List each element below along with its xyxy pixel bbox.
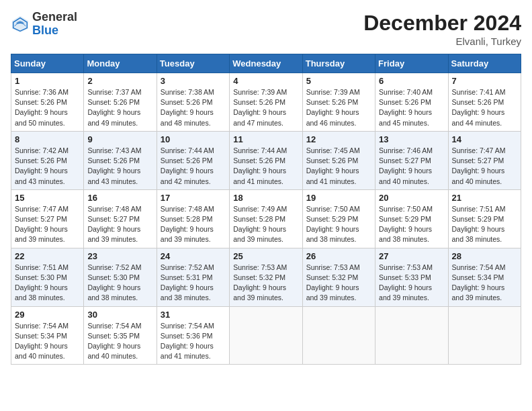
month-title: December 2024: [363, 11, 521, 36]
day-number: 10: [161, 134, 226, 144]
logo-general: General: [32, 10, 77, 24]
calendar-cell: 30Sunrise: 7:54 AMSunset: 5:35 PMDayligh…: [84, 306, 157, 365]
day-info: Sunrise: 7:48 AMSunset: 5:28 PMDaylight:…: [161, 204, 226, 245]
calendar-cell: 25Sunrise: 7:53 AMSunset: 5:32 PMDayligh…: [230, 248, 302, 306]
day-info: Sunrise: 7:43 AMSunset: 5:26 PMDaylight:…: [87, 146, 152, 187]
page-header: General Blue December 2024 Elvanli, Turk…: [11, 11, 521, 47]
day-info: Sunrise: 7:40 AMSunset: 5:26 PMDaylight:…: [379, 87, 444, 128]
calendar-week-row: 1Sunrise: 7:36 AMSunset: 5:26 PMDaylight…: [11, 73, 521, 132]
weekday-header-tuesday: Tuesday: [157, 54, 229, 73]
calendar-cell: 16Sunrise: 7:48 AMSunset: 5:27 PMDayligh…: [84, 189, 157, 248]
calendar-cell: 12Sunrise: 7:45 AMSunset: 5:26 PMDayligh…: [302, 131, 375, 189]
day-number: 18: [233, 193, 298, 203]
calendar-cell: 28Sunrise: 7:54 AMSunset: 5:34 PMDayligh…: [448, 248, 521, 306]
calendar-cell: 1Sunrise: 7:36 AMSunset: 5:26 PMDaylight…: [11, 73, 84, 132]
day-info: Sunrise: 7:49 AMSunset: 5:28 PMDaylight:…: [233, 204, 298, 245]
day-number: 7: [452, 76, 517, 86]
day-number: 30: [87, 310, 152, 320]
calendar-cell: [302, 306, 375, 365]
day-info: Sunrise: 7:53 AMSunset: 5:32 PMDaylight:…: [306, 263, 371, 304]
day-info: Sunrise: 7:53 AMSunset: 5:33 PMDaylight:…: [379, 263, 444, 304]
day-number: 13: [379, 134, 444, 144]
day-number: 9: [87, 134, 152, 144]
day-info: Sunrise: 7:39 AMSunset: 5:26 PMDaylight:…: [306, 87, 371, 128]
title-block: December 2024 Elvanli, Turkey: [363, 11, 521, 47]
day-number: 17: [161, 193, 226, 203]
day-info: Sunrise: 7:39 AMSunset: 5:26 PMDaylight:…: [233, 87, 298, 128]
day-info: Sunrise: 7:44 AMSunset: 5:26 PMDaylight:…: [233, 146, 298, 187]
day-number: 14: [452, 134, 517, 144]
calendar-cell: 6Sunrise: 7:40 AMSunset: 5:26 PMDaylight…: [375, 73, 448, 132]
calendar-cell: 4Sunrise: 7:39 AMSunset: 5:26 PMDaylight…: [230, 73, 302, 132]
day-info: Sunrise: 7:54 AMSunset: 5:36 PMDaylight:…: [161, 321, 226, 362]
day-number: 22: [15, 251, 80, 261]
day-number: 11: [233, 134, 298, 144]
day-info: Sunrise: 7:52 AMSunset: 5:30 PMDaylight:…: [87, 263, 152, 304]
day-number: 8: [15, 134, 80, 144]
weekday-header-thursday: Thursday: [302, 54, 375, 73]
calendar-cell: 24Sunrise: 7:52 AMSunset: 5:31 PMDayligh…: [157, 248, 229, 306]
weekday-header-wednesday: Wednesday: [230, 54, 302, 73]
day-number: 20: [379, 193, 444, 203]
day-info: Sunrise: 7:54 AMSunset: 5:35 PMDaylight:…: [87, 321, 152, 362]
logo-text: General Blue: [32, 11, 77, 38]
calendar-cell: 18Sunrise: 7:49 AMSunset: 5:28 PMDayligh…: [230, 189, 302, 248]
day-info: Sunrise: 7:45 AMSunset: 5:26 PMDaylight:…: [306, 146, 371, 187]
calendar-cell: 11Sunrise: 7:44 AMSunset: 5:26 PMDayligh…: [230, 131, 302, 189]
day-number: 21: [452, 193, 517, 203]
calendar-cell: 15Sunrise: 7:47 AMSunset: 5:27 PMDayligh…: [11, 189, 84, 248]
day-info: Sunrise: 7:47 AMSunset: 5:27 PMDaylight:…: [452, 146, 517, 187]
calendar-cell: 5Sunrise: 7:39 AMSunset: 5:26 PMDaylight…: [302, 73, 375, 132]
day-info: Sunrise: 7:53 AMSunset: 5:32 PMDaylight:…: [233, 263, 298, 304]
day-number: 4: [233, 76, 298, 86]
day-info: Sunrise: 7:51 AMSunset: 5:30 PMDaylight:…: [15, 263, 80, 304]
calendar-cell: 23Sunrise: 7:52 AMSunset: 5:30 PMDayligh…: [84, 248, 157, 306]
day-info: Sunrise: 7:50 AMSunset: 5:29 PMDaylight:…: [379, 204, 444, 245]
day-info: Sunrise: 7:46 AMSunset: 5:27 PMDaylight:…: [379, 146, 444, 187]
calendar-cell: 9Sunrise: 7:43 AMSunset: 5:26 PMDaylight…: [84, 131, 157, 189]
day-info: Sunrise: 7:47 AMSunset: 5:27 PMDaylight:…: [15, 204, 80, 245]
day-info: Sunrise: 7:51 AMSunset: 5:29 PMDaylight:…: [452, 204, 517, 245]
logo-blue: Blue: [32, 24, 58, 37]
calendar-cell: 7Sunrise: 7:41 AMSunset: 5:26 PMDaylight…: [448, 73, 521, 132]
calendar-cell: [230, 306, 302, 365]
calendar-cell: 21Sunrise: 7:51 AMSunset: 5:29 PMDayligh…: [448, 189, 521, 248]
calendar-week-row: 29Sunrise: 7:54 AMSunset: 5:34 PMDayligh…: [11, 306, 521, 365]
day-number: 24: [161, 251, 226, 261]
day-info: Sunrise: 7:38 AMSunset: 5:26 PMDaylight:…: [161, 87, 226, 128]
day-info: Sunrise: 7:54 AMSunset: 5:34 PMDaylight:…: [15, 321, 80, 362]
calendar-cell: 19Sunrise: 7:50 AMSunset: 5:29 PMDayligh…: [302, 189, 375, 248]
weekday-header-row: SundayMondayTuesdayWednesdayThursdayFrid…: [11, 54, 521, 73]
calendar-cell: 8Sunrise: 7:42 AMSunset: 5:26 PMDaylight…: [11, 131, 84, 189]
day-number: 19: [306, 193, 371, 203]
calendar-cell: 3Sunrise: 7:38 AMSunset: 5:26 PMDaylight…: [157, 73, 229, 132]
calendar-cell: 29Sunrise: 7:54 AMSunset: 5:34 PMDayligh…: [11, 306, 84, 365]
day-number: 27: [379, 251, 444, 261]
calendar-cell: 17Sunrise: 7:48 AMSunset: 5:28 PMDayligh…: [157, 189, 229, 248]
day-info: Sunrise: 7:42 AMSunset: 5:26 PMDaylight:…: [15, 146, 80, 187]
day-number: 23: [87, 251, 152, 261]
calendar-cell: [448, 306, 521, 365]
day-info: Sunrise: 7:37 AMSunset: 5:26 PMDaylight:…: [87, 87, 152, 128]
weekday-header-saturday: Saturday: [448, 54, 521, 73]
calendar-cell: 26Sunrise: 7:53 AMSunset: 5:32 PMDayligh…: [302, 248, 375, 306]
day-number: 25: [233, 251, 298, 261]
day-number: 2: [87, 76, 152, 86]
day-number: 26: [306, 251, 371, 261]
weekday-header-monday: Monday: [84, 54, 157, 73]
day-number: 5: [306, 76, 371, 86]
calendar-cell: 31Sunrise: 7:54 AMSunset: 5:36 PMDayligh…: [157, 306, 229, 365]
calendar-table: SundayMondayTuesdayWednesdayThursdayFrid…: [11, 54, 521, 365]
day-info: Sunrise: 7:44 AMSunset: 5:26 PMDaylight:…: [161, 146, 226, 187]
calendar-cell: 20Sunrise: 7:50 AMSunset: 5:29 PMDayligh…: [375, 189, 448, 248]
day-number: 15: [15, 193, 80, 203]
day-info: Sunrise: 7:54 AMSunset: 5:34 PMDaylight:…: [452, 263, 517, 304]
day-number: 6: [379, 76, 444, 86]
weekday-header-sunday: Sunday: [11, 54, 84, 73]
day-info: Sunrise: 7:41 AMSunset: 5:26 PMDaylight:…: [452, 87, 517, 128]
calendar-cell: 13Sunrise: 7:46 AMSunset: 5:27 PMDayligh…: [375, 131, 448, 189]
day-number: 31: [161, 310, 226, 320]
day-number: 28: [452, 251, 517, 261]
day-info: Sunrise: 7:48 AMSunset: 5:27 PMDaylight:…: [87, 204, 152, 245]
day-info: Sunrise: 7:36 AMSunset: 5:26 PMDaylight:…: [15, 87, 80, 128]
